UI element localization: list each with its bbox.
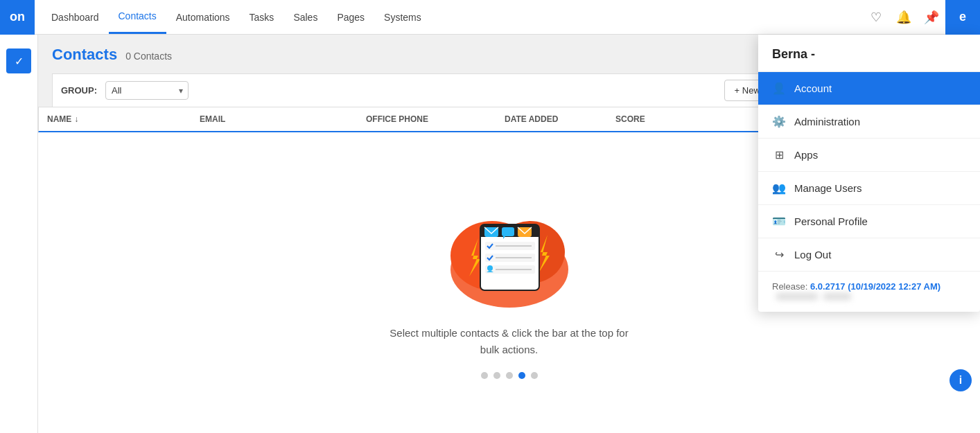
nav-dashboard[interactable]: Dashboard bbox=[42, 0, 109, 34]
pin-icon[interactable]: 📌 bbox=[918, 0, 945, 35]
contacts-title: Contacts bbox=[52, 46, 117, 64]
col-name-header[interactable]: NAME ↓ bbox=[47, 114, 200, 124]
notifications-icon[interactable]: 🔔 bbox=[890, 0, 918, 35]
user-dropdown-menu: Berna - 👤 Account ⚙️ Administration ⊞ Ap… bbox=[758, 35, 980, 312]
svg-point-17 bbox=[487, 265, 493, 271]
dropdown-item-administration[interactable]: ⚙️ Administration bbox=[758, 105, 980, 139]
nav-sales[interactable]: Sales bbox=[283, 0, 327, 34]
dot-1[interactable] bbox=[481, 372, 488, 379]
dot-4[interactable] bbox=[518, 372, 525, 379]
settings-icon: ⚙️ bbox=[772, 115, 786, 128]
person-icon: 👤 bbox=[772, 82, 786, 95]
dot-3[interactable] bbox=[506, 372, 513, 379]
nav-right: ♡ 🔔 📌 e bbox=[862, 0, 980, 35]
dropdown-item-apps[interactable]: ⊞ Apps bbox=[758, 139, 980, 172]
dropdown-item-account[interactable]: 👤 Account bbox=[758, 72, 980, 105]
people-icon: 👥 bbox=[772, 182, 786, 195]
blurred-info-2 bbox=[823, 293, 851, 300]
empty-illustration bbox=[440, 186, 579, 311]
help-button[interactable]: i bbox=[950, 369, 972, 391]
dropdown-item-personal-profile[interactable]: 🪪 Personal Profile bbox=[758, 205, 980, 238]
nav-tasks[interactable]: Tasks bbox=[240, 0, 284, 34]
exit-icon: ↪ bbox=[772, 248, 786, 261]
col-phone-header: OFFICE PHONE bbox=[366, 114, 505, 124]
dropdown-footer: Release: 6.0.2717 (10/19/2022 12:27 AM) bbox=[758, 272, 980, 312]
nav-systems[interactable]: Systems bbox=[374, 0, 431, 34]
nav-automations[interactable]: Automations bbox=[166, 0, 240, 34]
sort-icon: ↓ bbox=[74, 114, 78, 124]
nav-pages[interactable]: Pages bbox=[327, 0, 374, 34]
top-navigation: on Dashboard Contacts Automations Tasks … bbox=[0, 0, 980, 35]
group-select[interactable]: All bbox=[105, 81, 189, 100]
blurred-info-1 bbox=[776, 293, 818, 300]
left-sidebar: ✓ bbox=[0, 35, 38, 433]
contacts-count: 0 Contacts bbox=[125, 51, 172, 62]
dot-5[interactable] bbox=[531, 372, 538, 379]
nav-contacts[interactable]: Contacts bbox=[109, 0, 166, 34]
logo[interactable]: on bbox=[0, 0, 35, 35]
svg-rect-9 bbox=[502, 227, 514, 236]
user-avatar[interactable]: e bbox=[945, 0, 980, 35]
group-label: GROUP: bbox=[61, 85, 97, 96]
dot-2[interactable] bbox=[493, 372, 500, 379]
select-all-checkbox[interactable]: ✓ bbox=[6, 48, 31, 73]
empty-state-text: Select multiple contacts & click the bar… bbox=[390, 325, 628, 358]
card-icon: 🪪 bbox=[772, 215, 786, 228]
group-select-wrapper: All ▾ bbox=[105, 81, 189, 100]
grid-icon: ⊞ bbox=[772, 148, 786, 161]
col-date-header: DATE ADDED bbox=[505, 114, 615, 124]
dropdown-item-manage-users[interactable]: 👥 Manage Users bbox=[758, 172, 980, 205]
nav-items: Dashboard Contacts Automations Tasks Sal… bbox=[35, 0, 862, 34]
favorites-icon[interactable]: ♡ bbox=[862, 0, 890, 35]
dropdown-user-name: Berna - bbox=[758, 35, 980, 72]
dropdown-item-logout[interactable]: ↪ Log Out bbox=[758, 238, 980, 272]
carousel-dots bbox=[481, 372, 538, 379]
version-number: 6.0.2717 (10/19/2022 12:27 AM) bbox=[810, 281, 940, 292]
checkmark-icon: ✓ bbox=[15, 55, 24, 68]
col-email-header: EMAIL bbox=[200, 114, 366, 124]
